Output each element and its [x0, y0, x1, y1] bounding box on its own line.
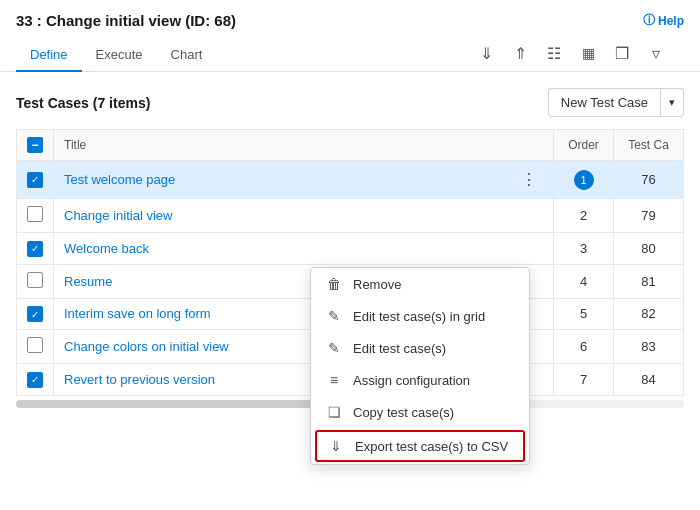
split-icon[interactable]: ▦	[576, 41, 600, 65]
test-case-title-link[interactable]: Change initial view	[64, 208, 172, 223]
row-order-cell: 5	[554, 298, 614, 330]
edit-icon: ✎	[325, 340, 343, 356]
tab-define[interactable]: Define	[16, 39, 82, 72]
table-row: ✓ Test welcome page ⋮ 176	[17, 161, 684, 199]
context-menu-item[interactable]: ✎ Edit test case(s)	[311, 332, 529, 364]
row-testca-cell: 82	[614, 298, 684, 330]
section-header: Test Cases (7 items) New Test Case ▾	[16, 88, 684, 117]
checkbox-unchecked[interactable]	[27, 337, 43, 353]
table-row: Change initial view279	[17, 199, 684, 233]
checkbox-checked[interactable]: ✓	[27, 241, 43, 257]
download-icon: ⇓	[327, 438, 345, 454]
row-testca-cell: 76	[614, 161, 684, 199]
context-menu-label: Remove	[353, 277, 401, 292]
checkbox-unchecked[interactable]	[27, 206, 43, 222]
row-order-cell: 4	[554, 264, 614, 298]
row-checkbox-cell	[17, 330, 54, 364]
checkbox-unchecked[interactable]	[27, 272, 43, 288]
context-menu-item[interactable]: 🗑 Remove	[311, 268, 529, 300]
context-menu-label: Edit test case(s)	[353, 341, 446, 356]
context-menu-item[interactable]: ≡ Assign configuration	[311, 364, 529, 396]
row-testca-cell: 83	[614, 330, 684, 364]
test-case-title-link[interactable]: Welcome back	[64, 241, 149, 256]
row-checkbox-cell	[17, 264, 54, 298]
row-checkbox-cell: ✓	[17, 161, 54, 199]
main-content: Test Cases (7 items) New Test Case ▾ − T…	[0, 72, 700, 424]
row-testca-cell: 81	[614, 264, 684, 298]
grid-icon[interactable]: ☷	[542, 41, 566, 65]
context-menu-label: Edit test case(s) in grid	[353, 309, 485, 324]
col-header-check: −	[17, 130, 54, 161]
new-test-case-button[interactable]: New Test Case ▾	[548, 88, 684, 117]
row-order-cell: 7	[554, 364, 614, 396]
assign-icon: ≡	[325, 372, 343, 388]
row-order-cell: 1	[554, 161, 614, 199]
row-menu-button[interactable]: ⋮	[515, 168, 543, 191]
help-circle-icon: ⓘ	[643, 12, 655, 29]
export-icon[interactable]: ⇑	[508, 41, 532, 65]
tab-chart[interactable]: Chart	[157, 39, 217, 72]
tabs: Define Execute Chart	[16, 39, 216, 71]
row-testca-cell: 84	[614, 364, 684, 396]
table-row: ✓Welcome back380	[17, 233, 684, 265]
test-case-title-link[interactable]: Resume	[64, 274, 112, 289]
test-case-title-link[interactable]: Revert to previous version	[64, 372, 215, 387]
checkbox-checked[interactable]: ✓	[27, 372, 43, 388]
row-testca-cell: 80	[614, 233, 684, 265]
help-link[interactable]: ⓘ Help	[643, 12, 684, 29]
row-testca-cell: 79	[614, 199, 684, 233]
row-order-cell: 2	[554, 199, 614, 233]
page-title-row: 33 : Change initial view (ID: 68) ⓘ Help	[16, 12, 684, 29]
context-menu-label: Assign configuration	[353, 373, 470, 388]
header: 33 : Change initial view (ID: 68) ⓘ Help…	[0, 0, 700, 72]
context-menu-label: Copy test case(s)	[353, 405, 454, 420]
chevron-down-icon[interactable]: ▾	[661, 90, 683, 115]
order-badge: 1	[574, 170, 594, 190]
test-case-title-link[interactable]: Interim save on long form	[64, 306, 211, 321]
row-order-cell: 6	[554, 330, 614, 364]
context-menu-item[interactable]: ✎ Edit test case(s) in grid	[311, 300, 529, 332]
edit-grid-icon: ✎	[325, 308, 343, 324]
col-header-title: Title	[54, 130, 554, 161]
col-header-order: Order	[554, 130, 614, 161]
context-menu-label: Export test case(s) to CSV	[355, 439, 508, 454]
row-checkbox-cell: ✓	[17, 298, 54, 330]
test-case-title-link[interactable]: Test welcome page	[64, 172, 175, 187]
copy-icon: ❏	[325, 404, 343, 420]
select-all-checkbox[interactable]: −	[27, 137, 43, 153]
filter-icon[interactable]: ▿	[644, 41, 668, 65]
expand-icon[interactable]: ❐	[610, 41, 634, 65]
row-checkbox-cell	[17, 199, 54, 233]
tab-execute[interactable]: Execute	[82, 39, 157, 72]
new-test-case-label[interactable]: New Test Case	[549, 89, 661, 116]
trash-icon: 🗑	[325, 276, 343, 292]
checkbox-checked[interactable]: ✓	[27, 172, 43, 188]
import-icon[interactable]: ⇓	[474, 41, 498, 65]
tabs-row: Define Execute Chart ⇓ ⇑ ☷ ▦ ❐ ▿	[16, 37, 684, 71]
page-title: 33 : Change initial view (ID: 68)	[16, 12, 236, 29]
context-menu-item[interactable]: ⇓ Export test case(s) to CSV	[315, 430, 525, 462]
col-header-testca: Test Ca	[614, 130, 684, 161]
row-checkbox-cell: ✓	[17, 233, 54, 265]
row-order-cell: 3	[554, 233, 614, 265]
section-title: Test Cases (7 items)	[16, 95, 150, 111]
context-menu: 🗑 Remove ✎ Edit test case(s) in grid ✎ E…	[310, 267, 530, 465]
context-menu-item[interactable]: ❏ Copy test case(s)	[311, 396, 529, 428]
test-case-title-link[interactable]: Change colors on initial view	[64, 339, 229, 354]
checkbox-checked[interactable]: ✓	[27, 306, 43, 322]
row-checkbox-cell: ✓	[17, 364, 54, 396]
